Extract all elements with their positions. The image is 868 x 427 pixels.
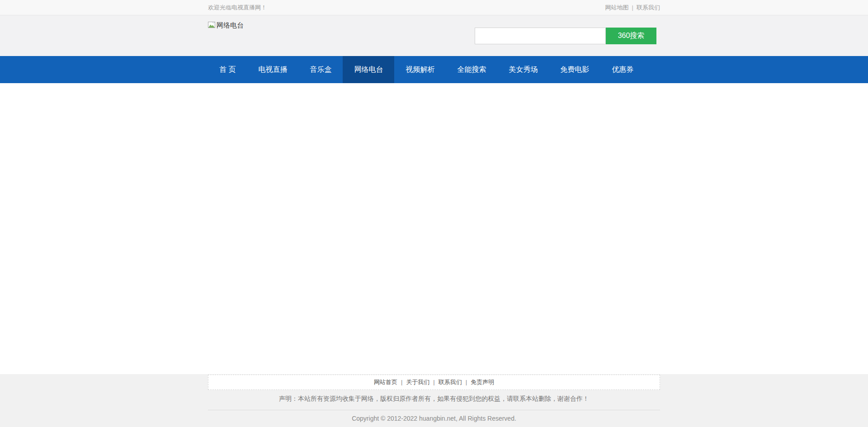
nav-item-video-parse[interactable]: 视频解析: [394, 56, 446, 83]
logo-alt-text: 网络电台: [217, 21, 244, 30]
welcome-text: 欢迎光临电视直播网！: [208, 0, 267, 15]
nav-item-coupons[interactable]: 优惠券: [600, 56, 645, 83]
broken-image-icon: [208, 22, 216, 30]
footer-link-disclaimer[interactable]: 免责声明: [471, 379, 494, 385]
search-button[interactable]: 360搜索: [606, 28, 656, 44]
footer-link-home[interactable]: 网站首页: [374, 379, 397, 385]
contact-us-link[interactable]: 联系我们: [637, 4, 660, 11]
site-header: 网络电台 360搜索: [0, 15, 868, 56]
copyright-text: Copyright © 2012-2022 huangbin.net, All …: [208, 410, 660, 422]
site-logo[interactable]: 网络电台: [208, 21, 244, 30]
topbar-links: 网站地图|联系我们: [605, 0, 660, 15]
footer-link-contact[interactable]: 联系我们: [439, 379, 462, 385]
main-content: [0, 83, 868, 374]
nav-item-music-box[interactable]: 音乐盒: [298, 56, 343, 83]
footer-link-separator: |: [401, 379, 402, 385]
footer-links-bar: 网站首页|关于我们|联系我们|免责声明: [208, 375, 660, 390]
page: 欢迎光临电视直播网！ 网站地图|联系我们 网络电台 360搜索: [0, 0, 868, 427]
main-nav: 首 页 电视直播 音乐盒 网络电台 视频解析 全能搜索 美女秀场 免费电影 优惠…: [0, 56, 868, 83]
nav-item-free-movies[interactable]: 免费电影: [549, 56, 600, 83]
footer-link-separator: |: [466, 379, 467, 385]
footer-link-separator: |: [433, 379, 434, 385]
nav-item-beauty-show[interactable]: 美女秀场: [497, 56, 549, 83]
topbar-link-separator: |: [632, 4, 633, 11]
nav-item-omni-search[interactable]: 全能搜索: [446, 56, 497, 83]
disclaimer-text: 声明：本站所有资源均收集于网络，版权归原作者所有，如果有侵犯到您的权益，请联系本…: [0, 395, 868, 403]
footer-link-about[interactable]: 关于我们: [406, 379, 429, 385]
nav-item-home[interactable]: 首 页: [208, 56, 247, 83]
nav-list: 首 页 电视直播 音乐盒 网络电台 视频解析 全能搜索 美女秀场 免费电影 优惠…: [208, 56, 660, 83]
sitemap-link[interactable]: 网站地图: [605, 4, 629, 11]
search-input[interactable]: [475, 28, 606, 44]
footer: 网站首页|关于我们|联系我们|免责声明 声明：本站所有资源均收集于网络，版权归原…: [0, 374, 868, 427]
nav-item-web-radio[interactable]: 网络电台: [343, 56, 394, 83]
topbar: 欢迎光临电视直播网！ 网站地图|联系我们: [0, 0, 868, 15]
search-box: 360搜索: [475, 28, 656, 44]
nav-item-tv-live[interactable]: 电视直播: [247, 56, 298, 83]
